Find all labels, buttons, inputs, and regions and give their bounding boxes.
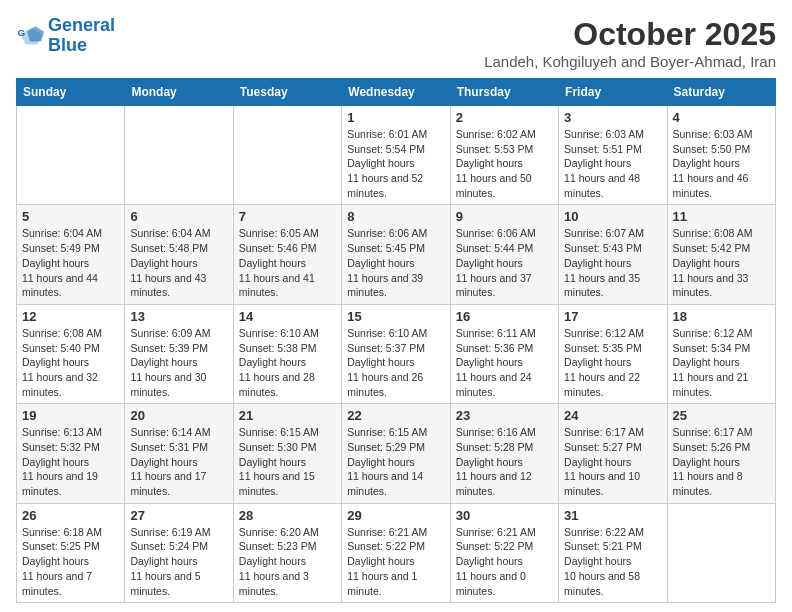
calendar-cell: 3Sunrise: 6:03 AMSunset: 5:51 PMDaylight…: [559, 106, 667, 205]
calendar-cell: [233, 106, 341, 205]
calendar-cell: 24Sunrise: 6:17 AMSunset: 5:27 PMDayligh…: [559, 404, 667, 503]
day-detail: Sunrise: 6:16 AMSunset: 5:28 PMDaylight …: [456, 425, 553, 498]
day-number: 11: [673, 209, 770, 224]
day-detail: Sunrise: 6:21 AMSunset: 5:22 PMDaylight …: [347, 525, 444, 598]
day-number: 26: [22, 508, 119, 523]
calendar-cell: 29Sunrise: 6:21 AMSunset: 5:22 PMDayligh…: [342, 503, 450, 602]
calendar-week-row: 26Sunrise: 6:18 AMSunset: 5:25 PMDayligh…: [17, 503, 776, 602]
day-number: 15: [347, 309, 444, 324]
day-number: 9: [456, 209, 553, 224]
day-detail: Sunrise: 6:15 AMSunset: 5:29 PMDaylight …: [347, 425, 444, 498]
calendar-cell: 19Sunrise: 6:13 AMSunset: 5:32 PMDayligh…: [17, 404, 125, 503]
day-detail: Sunrise: 6:15 AMSunset: 5:30 PMDaylight …: [239, 425, 336, 498]
calendar-cell: 11Sunrise: 6:08 AMSunset: 5:42 PMDayligh…: [667, 205, 775, 304]
calendar-cell: [17, 106, 125, 205]
calendar-cell: 28Sunrise: 6:20 AMSunset: 5:23 PMDayligh…: [233, 503, 341, 602]
calendar-cell: 7Sunrise: 6:05 AMSunset: 5:46 PMDaylight…: [233, 205, 341, 304]
weekday-header-tuesday: Tuesday: [233, 79, 341, 106]
title-section: October 2025 Landeh, Kohgiluyeh and Boye…: [484, 16, 776, 70]
day-detail: Sunrise: 6:08 AMSunset: 5:40 PMDaylight …: [22, 326, 119, 399]
calendar-cell: 1Sunrise: 6:01 AMSunset: 5:54 PMDaylight…: [342, 106, 450, 205]
calendar-cell: 18Sunrise: 6:12 AMSunset: 5:34 PMDayligh…: [667, 304, 775, 403]
day-detail: Sunrise: 6:12 AMSunset: 5:35 PMDaylight …: [564, 326, 661, 399]
day-detail: Sunrise: 6:03 AMSunset: 5:51 PMDaylight …: [564, 127, 661, 200]
day-number: 6: [130, 209, 227, 224]
day-detail: Sunrise: 6:12 AMSunset: 5:34 PMDaylight …: [673, 326, 770, 399]
day-detail: Sunrise: 6:18 AMSunset: 5:25 PMDaylight …: [22, 525, 119, 598]
day-number: 4: [673, 110, 770, 125]
day-detail: Sunrise: 6:08 AMSunset: 5:42 PMDaylight …: [673, 226, 770, 299]
calendar-cell: 23Sunrise: 6:16 AMSunset: 5:28 PMDayligh…: [450, 404, 558, 503]
day-number: 12: [22, 309, 119, 324]
calendar-cell: 26Sunrise: 6:18 AMSunset: 5:25 PMDayligh…: [17, 503, 125, 602]
calendar-cell: 6Sunrise: 6:04 AMSunset: 5:48 PMDaylight…: [125, 205, 233, 304]
day-detail: Sunrise: 6:21 AMSunset: 5:22 PMDaylight …: [456, 525, 553, 598]
day-number: 24: [564, 408, 661, 423]
day-detail: Sunrise: 6:03 AMSunset: 5:50 PMDaylight …: [673, 127, 770, 200]
day-detail: Sunrise: 6:04 AMSunset: 5:49 PMDaylight …: [22, 226, 119, 299]
day-number: 22: [347, 408, 444, 423]
calendar-cell: 15Sunrise: 6:10 AMSunset: 5:37 PMDayligh…: [342, 304, 450, 403]
weekday-header-friday: Friday: [559, 79, 667, 106]
weekday-header-thursday: Thursday: [450, 79, 558, 106]
weekday-header-sunday: Sunday: [17, 79, 125, 106]
day-number: 27: [130, 508, 227, 523]
weekday-header-row: SundayMondayTuesdayWednesdayThursdayFrid…: [17, 79, 776, 106]
calendar-cell: 17Sunrise: 6:12 AMSunset: 5:35 PMDayligh…: [559, 304, 667, 403]
day-number: 17: [564, 309, 661, 324]
day-detail: Sunrise: 6:06 AMSunset: 5:44 PMDaylight …: [456, 226, 553, 299]
day-number: 16: [456, 309, 553, 324]
day-detail: Sunrise: 6:11 AMSunset: 5:36 PMDaylight …: [456, 326, 553, 399]
calendar-cell: 22Sunrise: 6:15 AMSunset: 5:29 PMDayligh…: [342, 404, 450, 503]
calendar-week-row: 12Sunrise: 6:08 AMSunset: 5:40 PMDayligh…: [17, 304, 776, 403]
calendar-week-row: 5Sunrise: 6:04 AMSunset: 5:49 PMDaylight…: [17, 205, 776, 304]
day-detail: Sunrise: 6:09 AMSunset: 5:39 PMDaylight …: [130, 326, 227, 399]
logo: G General Blue: [16, 16, 115, 56]
day-number: 14: [239, 309, 336, 324]
day-detail: Sunrise: 6:05 AMSunset: 5:46 PMDaylight …: [239, 226, 336, 299]
calendar: SundayMondayTuesdayWednesdayThursdayFrid…: [16, 78, 776, 603]
calendar-cell: 31Sunrise: 6:22 AMSunset: 5:21 PMDayligh…: [559, 503, 667, 602]
day-detail: Sunrise: 6:20 AMSunset: 5:23 PMDaylight …: [239, 525, 336, 598]
calendar-cell: 21Sunrise: 6:15 AMSunset: 5:30 PMDayligh…: [233, 404, 341, 503]
calendar-cell: 10Sunrise: 6:07 AMSunset: 5:43 PMDayligh…: [559, 205, 667, 304]
day-number: 2: [456, 110, 553, 125]
calendar-week-row: 19Sunrise: 6:13 AMSunset: 5:32 PMDayligh…: [17, 404, 776, 503]
day-number: 10: [564, 209, 661, 224]
day-number: 19: [22, 408, 119, 423]
location-title: Landeh, Kohgiluyeh and Boyer-Ahmad, Iran: [484, 53, 776, 70]
day-detail: Sunrise: 6:01 AMSunset: 5:54 PMDaylight …: [347, 127, 444, 200]
day-number: 3: [564, 110, 661, 125]
calendar-cell: 27Sunrise: 6:19 AMSunset: 5:24 PMDayligh…: [125, 503, 233, 602]
day-number: 31: [564, 508, 661, 523]
calendar-cell: 16Sunrise: 6:11 AMSunset: 5:36 PMDayligh…: [450, 304, 558, 403]
calendar-cell: 30Sunrise: 6:21 AMSunset: 5:22 PMDayligh…: [450, 503, 558, 602]
day-number: 18: [673, 309, 770, 324]
calendar-cell: 20Sunrise: 6:14 AMSunset: 5:31 PMDayligh…: [125, 404, 233, 503]
calendar-cell: 9Sunrise: 6:06 AMSunset: 5:44 PMDaylight…: [450, 205, 558, 304]
day-number: 23: [456, 408, 553, 423]
calendar-cell: 13Sunrise: 6:09 AMSunset: 5:39 PMDayligh…: [125, 304, 233, 403]
day-detail: Sunrise: 6:10 AMSunset: 5:38 PMDaylight …: [239, 326, 336, 399]
calendar-cell: 14Sunrise: 6:10 AMSunset: 5:38 PMDayligh…: [233, 304, 341, 403]
day-detail: Sunrise: 6:14 AMSunset: 5:31 PMDaylight …: [130, 425, 227, 498]
day-number: 30: [456, 508, 553, 523]
calendar-cell: 12Sunrise: 6:08 AMSunset: 5:40 PMDayligh…: [17, 304, 125, 403]
day-detail: Sunrise: 6:10 AMSunset: 5:37 PMDaylight …: [347, 326, 444, 399]
day-detail: Sunrise: 6:17 AMSunset: 5:26 PMDaylight …: [673, 425, 770, 498]
svg-marker-2: [27, 26, 44, 41]
calendar-cell: 8Sunrise: 6:06 AMSunset: 5:45 PMDaylight…: [342, 205, 450, 304]
weekday-header-saturday: Saturday: [667, 79, 775, 106]
calendar-cell: 5Sunrise: 6:04 AMSunset: 5:49 PMDaylight…: [17, 205, 125, 304]
day-number: 25: [673, 408, 770, 423]
day-number: 21: [239, 408, 336, 423]
page-header: G General Blue October 2025 Landeh, Kohg…: [16, 16, 776, 70]
logo-text: General Blue: [48, 16, 115, 56]
day-detail: Sunrise: 6:17 AMSunset: 5:27 PMDaylight …: [564, 425, 661, 498]
day-number: 20: [130, 408, 227, 423]
day-detail: Sunrise: 6:06 AMSunset: 5:45 PMDaylight …: [347, 226, 444, 299]
day-number: 28: [239, 508, 336, 523]
logo-line2: Blue: [48, 35, 87, 55]
day-number: 8: [347, 209, 444, 224]
logo-line1: General: [48, 15, 115, 35]
